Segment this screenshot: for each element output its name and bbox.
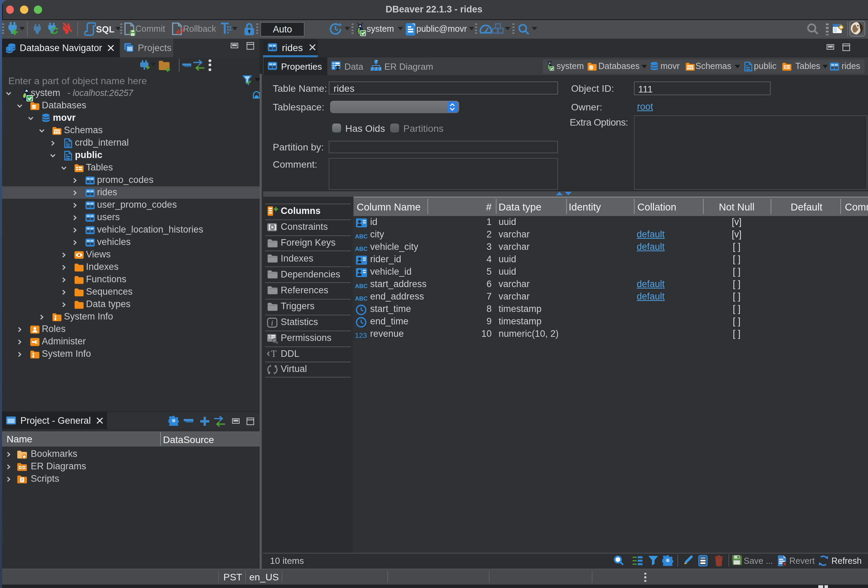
svg-text:T: T: [271, 348, 277, 358]
svg-text:123: 123: [354, 331, 367, 339]
svg-text:ABC: ABC: [355, 233, 368, 239]
svg-text:ABC: ABC: [355, 245, 368, 252]
svg-text:i: i: [271, 318, 273, 327]
svg-text:ABC: ABC: [355, 283, 368, 289]
svg-text:ABC: ABC: [355, 295, 368, 301]
